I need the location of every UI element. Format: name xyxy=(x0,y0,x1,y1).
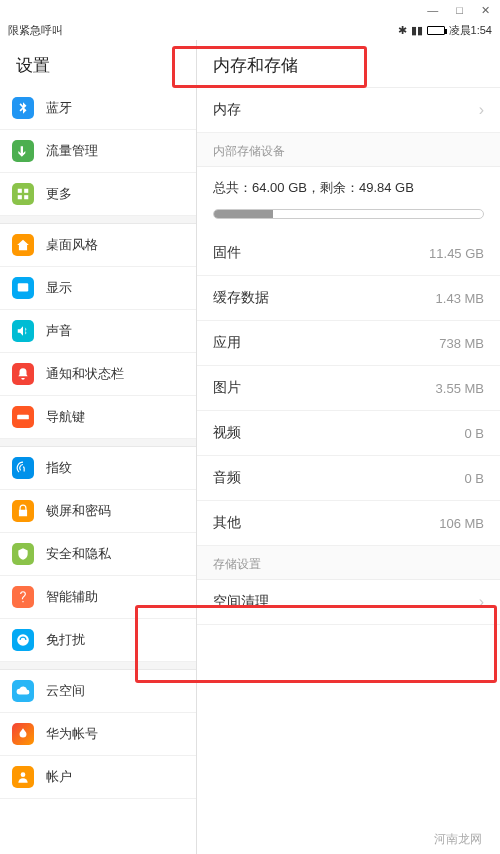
storage-item-value: 0 B xyxy=(464,471,484,486)
sidebar-item-label: 云空间 xyxy=(46,682,85,700)
storage-item-label: 缓存数据 xyxy=(213,289,269,307)
sidebar-item-cloud[interactable]: 云空间 xyxy=(0,670,196,713)
lock-icon xyxy=(12,500,34,522)
sidebar-item-label: 桌面风格 xyxy=(46,236,98,254)
display-icon xyxy=(12,277,34,299)
sound-icon xyxy=(12,320,34,342)
sidebar-item-more[interactable]: 更多 xyxy=(0,173,196,216)
sidebar-item-notification[interactable]: 通知和状态栏 xyxy=(0,353,196,396)
bluetooth-status-icon: ✱ xyxy=(398,24,407,37)
storage-item-row[interactable]: 图片3.55 MB xyxy=(197,366,500,411)
storage-item-row[interactable]: 固件11.45 GB xyxy=(197,231,500,276)
svg-rect-2 xyxy=(18,195,22,199)
minimize-button[interactable]: — xyxy=(427,4,438,16)
storage-item-value: 11.45 GB xyxy=(429,246,484,261)
bluetooth-icon xyxy=(12,97,34,119)
dnd-icon xyxy=(12,629,34,651)
storage-progress-fill xyxy=(214,210,273,218)
notification-icon xyxy=(12,363,34,385)
storage-item-label: 音频 xyxy=(213,469,241,487)
sidebar-item-label: 显示 xyxy=(46,279,72,297)
storage-item-value: 1.43 MB xyxy=(436,291,484,306)
navkey-icon xyxy=(12,406,34,428)
emergency-call-text: 限紧急呼叫 xyxy=(8,23,63,38)
sidebar-item-label: 安全和隐私 xyxy=(46,545,111,563)
sidebar-item-fingerprint[interactable]: 指纹 xyxy=(0,447,196,490)
sidebar-item-dnd[interactable]: 免打扰 xyxy=(0,619,196,662)
svg-point-6 xyxy=(21,772,26,777)
sidebar-item-label: 声音 xyxy=(46,322,72,340)
svg-rect-0 xyxy=(18,189,22,193)
storage-item-row[interactable]: 缓存数据1.43 MB xyxy=(197,276,500,321)
sidebar-item-label: 智能辅助 xyxy=(46,588,98,606)
detail-panel: 内存和存储 内存 › 内部存储设备 总共：64.00 GB，剩余：49.84 G… xyxy=(197,40,500,854)
sidebar-item-label: 蓝牙 xyxy=(46,99,72,117)
home-style-icon xyxy=(12,234,34,256)
maximize-button[interactable]: □ xyxy=(456,4,463,16)
svg-rect-4 xyxy=(18,283,29,291)
internal-storage-header: 内部存储设备 xyxy=(197,133,500,167)
chevron-right-icon: › xyxy=(479,593,484,611)
sidebar-item-account[interactable]: 帐户 xyxy=(0,756,196,799)
sidebar-item-huawei[interactable]: 华为帐号 xyxy=(0,713,196,756)
sidebar-item-label: 更多 xyxy=(46,185,72,203)
storage-item-value: 106 MB xyxy=(439,516,484,531)
sidebar-item-label: 指纹 xyxy=(46,459,72,477)
storage-item-label: 应用 xyxy=(213,334,241,352)
settings-title: 设置 xyxy=(0,40,196,87)
svg-rect-5 xyxy=(17,415,29,420)
signal-icon: ▮▮ xyxy=(411,24,423,37)
storage-item-row[interactable]: 应用738 MB xyxy=(197,321,500,366)
clock-text: 凌晨1:54 xyxy=(449,23,492,38)
svg-rect-1 xyxy=(24,189,28,193)
space-cleanup-row[interactable]: 空间清理 › xyxy=(197,580,500,625)
sidebar-item-label: 帐户 xyxy=(46,768,72,786)
storage-item-value: 0 B xyxy=(464,426,484,441)
sidebar-item-security[interactable]: 安全和隐私 xyxy=(0,533,196,576)
sidebar-item-bluetooth[interactable]: 蓝牙 xyxy=(0,87,196,130)
sidebar-item-lock[interactable]: 锁屏和密码 xyxy=(0,490,196,533)
sidebar-item-label: 锁屏和密码 xyxy=(46,502,111,520)
sidebar-item-label: 导航键 xyxy=(46,408,85,426)
storage-item-label: 图片 xyxy=(213,379,241,397)
sidebar-item-label: 通知和状态栏 xyxy=(46,365,124,383)
storage-item-value: 3.55 MB xyxy=(436,381,484,396)
sidebar-item-data[interactable]: 流量管理 xyxy=(0,130,196,173)
memory-row[interactable]: 内存 › xyxy=(197,88,500,133)
memory-label: 内存 xyxy=(213,101,241,119)
detail-title: 内存和存储 xyxy=(197,40,500,88)
sidebar-item-home-style[interactable]: 桌面风格 xyxy=(0,224,196,267)
sidebar-item-label: 华为帐号 xyxy=(46,725,98,743)
storage-progress-bar xyxy=(213,209,484,219)
watermark-text: 河南龙网 xyxy=(434,831,482,848)
storage-summary: 总共：64.00 GB，剩余：49.84 GB xyxy=(197,167,500,203)
settings-sidebar: 设置 蓝牙流量管理更多桌面风格显示声音通知和状态栏导航键指纹锁屏和密码安全和隐私… xyxy=(0,40,197,854)
account-icon xyxy=(12,766,34,788)
sidebar-item-label: 免打扰 xyxy=(46,631,85,649)
sidebar-item-display[interactable]: 显示 xyxy=(0,267,196,310)
sidebar-item-sound[interactable]: 声音 xyxy=(0,310,196,353)
storage-item-value: 738 MB xyxy=(439,336,484,351)
sidebar-item-assist[interactable]: 智能辅助 xyxy=(0,576,196,619)
security-icon xyxy=(12,543,34,565)
storage-settings-header: 存储设置 xyxy=(197,546,500,580)
assist-icon xyxy=(12,586,34,608)
storage-item-label: 其他 xyxy=(213,514,241,532)
space-cleanup-label: 空间清理 xyxy=(213,593,269,611)
window-controls: — □ ✕ xyxy=(0,0,500,20)
cloud-icon xyxy=(12,680,34,702)
svg-rect-3 xyxy=(24,195,28,199)
storage-item-row[interactable]: 音频0 B xyxy=(197,456,500,501)
storage-item-row[interactable]: 视频0 B xyxy=(197,411,500,456)
close-button[interactable]: ✕ xyxy=(481,4,490,17)
sidebar-item-navkey[interactable]: 导航键 xyxy=(0,396,196,439)
more-icon xyxy=(12,183,34,205)
chevron-right-icon: › xyxy=(479,101,484,119)
battery-icon xyxy=(427,26,445,35)
sidebar-item-label: 流量管理 xyxy=(46,142,98,160)
storage-item-row[interactable]: 其他106 MB xyxy=(197,501,500,546)
storage-item-label: 固件 xyxy=(213,244,241,262)
data-icon xyxy=(12,140,34,162)
storage-item-label: 视频 xyxy=(213,424,241,442)
status-bar: 限紧急呼叫 ✱ ▮▮ 凌晨1:54 xyxy=(0,20,500,40)
